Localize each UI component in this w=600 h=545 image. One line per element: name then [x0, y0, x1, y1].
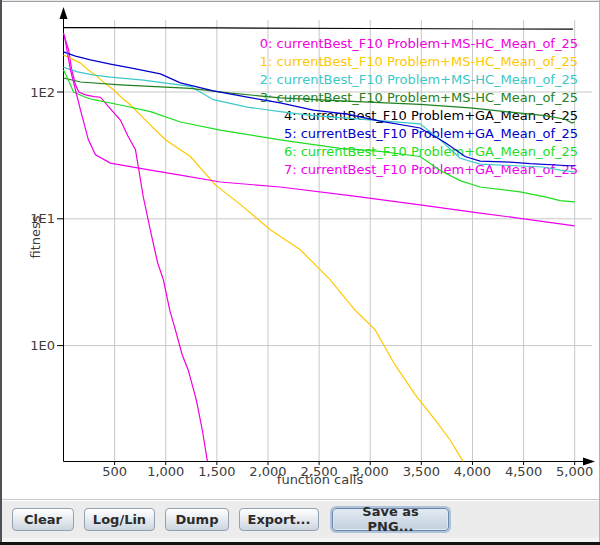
y-axis-arrow-icon — [60, 7, 68, 19]
export-button[interactable]: Export... — [239, 508, 319, 531]
x-tick-label: 4,500 — [505, 464, 542, 479]
log-lin-button[interactable]: Log/Lin — [84, 508, 155, 531]
plot-panel: 5001,0001,5002,0002,5003,0003,5004,0004,… — [0, 0, 600, 499]
x-tick-label: 500 — [102, 464, 127, 479]
clear-button[interactable]: Clear — [12, 508, 74, 531]
y-tick-label: 1E0 — [30, 338, 55, 353]
legend: 0: currentBest_F10 Problem+MS-HC_Mean_of… — [260, 36, 578, 177]
legend-item-1: 1: currentBest_F10 Problem+MS-HC_Mean_of… — [260, 54, 578, 69]
x-tick-label: 3,500 — [403, 464, 440, 479]
window-border-left — [0, 0, 2, 545]
series-line-4 — [64, 28, 574, 30]
y-tick-label: 1E2 — [30, 85, 55, 100]
legend-item-3: 3: currentBest_F10 Problem+MS-HC_Mean_of… — [260, 90, 578, 105]
button-bar: Clear Log/Lin Dump Export... Save as PNG… — [2, 499, 599, 538]
window-border-top — [0, 0, 600, 2]
legend-item-0: 0: currentBest_F10 Problem+MS-HC_Mean_of… — [260, 36, 578, 51]
x-tick-label: 1,500 — [198, 464, 235, 479]
legend-item-6: 6: currentBest_F10 Problem+GA_Mean_of_25 — [284, 144, 578, 159]
x-tick-label: 4,000 — [454, 464, 491, 479]
dump-button[interactable]: Dump — [165, 508, 229, 531]
legend-item-2: 2: currentBest_F10 Problem+MS-HC_Mean_of… — [260, 72, 578, 87]
x-axis-title: function calls — [277, 472, 364, 487]
x-tick-label: 1,000 — [147, 464, 184, 479]
save-as-png-button[interactable]: Save as PNG... — [332, 508, 449, 531]
fitness-plot[interactable]: 5001,0001,5002,0002,5003,0003,5004,0004,… — [0, 0, 600, 499]
y-axis-title: fitness — [28, 215, 43, 258]
x-tick-label: 5,000 — [556, 464, 593, 479]
